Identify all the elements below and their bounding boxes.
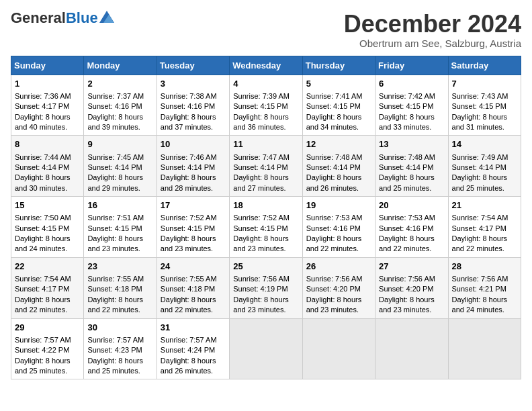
sunrise: Sunrise: 7:56 AM (306, 275, 363, 283)
sunset: Sunset: 4:21 PM (452, 285, 506, 293)
daylight: Daylight: 8 hours and 36 minutes. (233, 113, 289, 131)
sunrise: Sunrise: 7:41 AM (306, 92, 363, 100)
sunset: Sunset: 4:15 PM (233, 224, 287, 232)
header-cell-thursday: Thursday (302, 56, 375, 75)
day-number: 9 (87, 138, 152, 150)
calendar-week-2: 8Sunrise: 7:44 AMSunset: 4:14 PMDaylight… (11, 136, 521, 197)
sunrise: Sunrise: 7:52 AM (233, 214, 290, 222)
sunrise: Sunrise: 7:48 AM (306, 153, 363, 161)
daylight: Daylight: 8 hours and 23 minutes. (233, 234, 289, 253)
calendar-cell: 13Sunrise: 7:48 AMSunset: 4:14 PMDayligh… (375, 136, 448, 197)
calendar-cell: 26Sunrise: 7:56 AMSunset: 4:20 PMDayligh… (302, 257, 375, 318)
sunrise: Sunrise: 7:47 AM (233, 153, 290, 161)
calendar-week-3: 15Sunrise: 7:50 AMSunset: 4:15 PMDayligh… (11, 197, 521, 258)
calendar-body: 1Sunrise: 7:36 AMSunset: 4:17 PMDaylight… (11, 75, 521, 379)
calendar-cell: 9Sunrise: 7:45 AMSunset: 4:14 PMDaylight… (84, 136, 157, 197)
sunrise: Sunrise: 7:54 AM (452, 214, 508, 222)
sunrise: Sunrise: 7:45 AM (87, 153, 144, 161)
sunrise: Sunrise: 7:53 AM (379, 214, 435, 222)
calendar-cell (448, 318, 521, 379)
daylight: Daylight: 8 hours and 23 minutes. (306, 295, 362, 314)
daylight: Daylight: 8 hours and 25 minutes. (452, 173, 508, 191)
calendar-table: SundayMondayTuesdayWednesdayThursdayFrid… (11, 56, 521, 380)
daylight: Daylight: 8 hours and 33 minutes. (379, 113, 435, 131)
location: Obertrum am See, Salzburg, Austria (344, 38, 521, 49)
sunrise: Sunrise: 7:53 AM (306, 214, 363, 222)
day-number: 10 (161, 138, 226, 150)
day-number: 31 (161, 322, 226, 334)
sunrise: Sunrise: 7:56 AM (379, 275, 435, 283)
sunrise: Sunrise: 7:57 AM (161, 336, 217, 344)
logo-text: GeneralBlue (11, 11, 98, 26)
sunset: Sunset: 4:15 PM (87, 224, 142, 232)
sunset: Sunset: 4:16 PM (161, 102, 215, 110)
sunrise: Sunrise: 7:57 AM (15, 336, 71, 344)
calendar-cell: 27Sunrise: 7:56 AMSunset: 4:20 PMDayligh… (375, 257, 448, 318)
daylight: Daylight: 8 hours and 25 minutes. (379, 173, 435, 191)
calendar-cell: 10Sunrise: 7:46 AMSunset: 4:14 PMDayligh… (157, 136, 229, 197)
calendar-cell: 29Sunrise: 7:57 AMSunset: 4:22 PMDayligh… (11, 318, 84, 379)
sunrise: Sunrise: 7:39 AM (233, 92, 290, 100)
calendar-cell: 11Sunrise: 7:47 AMSunset: 4:14 PMDayligh… (230, 136, 302, 197)
calendar-cell: 16Sunrise: 7:51 AMSunset: 4:15 PMDayligh… (84, 197, 157, 258)
sunset: Sunset: 4:14 PM (233, 163, 287, 171)
calendar-week-5: 29Sunrise: 7:57 AMSunset: 4:22 PMDayligh… (11, 318, 521, 379)
daylight: Daylight: 8 hours and 24 minutes. (15, 234, 71, 253)
title-block: December 2024 Obertrum am See, Salzburg,… (344, 11, 521, 49)
sunset: Sunset: 4:18 PM (87, 285, 142, 293)
sunset: Sunset: 4:17 PM (452, 224, 506, 232)
daylight: Daylight: 8 hours and 37 minutes. (161, 113, 216, 131)
sunrise: Sunrise: 7:56 AM (452, 275, 508, 283)
sunset: Sunset: 4:19 PM (233, 285, 287, 293)
sunset: Sunset: 4:15 PM (452, 102, 506, 110)
day-number: 19 (306, 199, 371, 212)
sunset: Sunset: 4:16 PM (379, 224, 433, 232)
day-number: 22 (15, 261, 80, 273)
daylight: Daylight: 8 hours and 22 minutes. (379, 234, 435, 253)
sunset: Sunset: 4:22 PM (15, 346, 69, 354)
day-number: 1 (15, 78, 80, 90)
sunset: Sunset: 4:24 PM (161, 346, 215, 354)
daylight: Daylight: 8 hours and 26 minutes. (161, 357, 216, 375)
sunrise: Sunrise: 7:38 AM (161, 92, 217, 100)
daylight: Daylight: 8 hours and 25 minutes. (15, 357, 71, 375)
sunrise: Sunrise: 7:57 AM (87, 336, 144, 344)
daylight: Daylight: 8 hours and 23 minutes. (87, 234, 143, 253)
calendar-cell: 12Sunrise: 7:48 AMSunset: 4:14 PMDayligh… (302, 136, 375, 197)
calendar-cell: 28Sunrise: 7:56 AMSunset: 4:21 PMDayligh… (448, 257, 521, 318)
daylight: Daylight: 8 hours and 22 minutes. (15, 295, 71, 314)
day-number: 5 (306, 78, 371, 90)
daylight: Daylight: 8 hours and 31 minutes. (452, 113, 508, 131)
calendar-cell: 18Sunrise: 7:52 AMSunset: 4:15 PMDayligh… (230, 197, 302, 258)
sunset: Sunset: 4:14 PM (452, 163, 506, 171)
month-title: December 2024 (344, 11, 521, 38)
sunrise: Sunrise: 7:55 AM (161, 275, 217, 283)
calendar-cell: 23Sunrise: 7:55 AMSunset: 4:18 PMDayligh… (84, 257, 157, 318)
calendar-cell: 20Sunrise: 7:53 AMSunset: 4:16 PMDayligh… (375, 197, 448, 258)
sunrise: Sunrise: 7:56 AM (233, 275, 290, 283)
calendar-cell: 25Sunrise: 7:56 AMSunset: 4:19 PMDayligh… (230, 257, 302, 318)
sunset: Sunset: 4:15 PM (306, 102, 361, 110)
sunrise: Sunrise: 7:50 AM (15, 214, 71, 222)
calendar-cell (230, 318, 302, 379)
day-number: 12 (306, 138, 371, 150)
daylight: Daylight: 8 hours and 23 minutes. (379, 295, 435, 314)
daylight: Daylight: 8 hours and 22 minutes. (87, 295, 143, 314)
sunrise: Sunrise: 7:46 AM (161, 153, 217, 161)
sunset: Sunset: 4:17 PM (15, 102, 69, 110)
daylight: Daylight: 8 hours and 34 minutes. (306, 113, 362, 131)
sunset: Sunset: 4:14 PM (379, 163, 433, 171)
sunset: Sunset: 4:15 PM (233, 102, 287, 110)
day-number: 8 (15, 138, 80, 150)
sunrise: Sunrise: 7:48 AM (379, 153, 435, 161)
calendar-cell: 19Sunrise: 7:53 AMSunset: 4:16 PMDayligh… (302, 197, 375, 258)
day-number: 6 (379, 78, 444, 90)
sunrise: Sunrise: 7:51 AM (87, 214, 144, 222)
calendar-cell: 21Sunrise: 7:54 AMSunset: 4:17 PMDayligh… (448, 197, 521, 258)
day-number: 21 (452, 199, 517, 212)
daylight: Daylight: 8 hours and 22 minutes. (306, 234, 362, 253)
day-number: 16 (87, 199, 152, 212)
sunset: Sunset: 4:14 PM (15, 163, 69, 171)
daylight: Daylight: 8 hours and 30 minutes. (15, 173, 71, 191)
calendar-cell (302, 318, 375, 379)
